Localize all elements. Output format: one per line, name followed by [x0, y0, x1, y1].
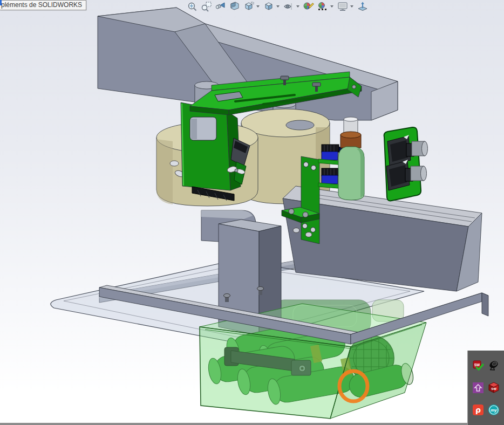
view-settings-icon[interactable] [336, 1, 349, 13]
view-orientation-icon[interactable] [242, 1, 255, 13]
updater-arrow-icon[interactable] [472, 381, 485, 394]
horn-speaker-icon[interactable] [487, 359, 500, 372]
my-app-icon[interactable]: my [487, 403, 500, 416]
previous-view-icon[interactable] [214, 1, 227, 13]
sensor-enclosure[interactable] [181, 102, 250, 201]
view-orientation-dropdown[interactable] [256, 5, 260, 8]
hide-show-items-icon[interactable] [282, 1, 295, 13]
section-view-icon[interactable] [228, 1, 241, 13]
zoom-to-area-icon[interactable] [200, 1, 213, 13]
display-style-icon[interactable] [262, 1, 275, 13]
solidworks-cube-icon[interactable]: SW [487, 381, 500, 394]
svg-text:SW: SW [491, 387, 496, 390]
addins-tooltip-text: pléments de SOLIDWORKS [1, 1, 82, 9]
zoom-to-fit-icon[interactable] [186, 1, 199, 13]
svg-text:SW: SW [474, 363, 480, 367]
svg-text:ρ: ρ [475, 406, 481, 414]
apply-scene-dropdown[interactable] [330, 5, 333, 8]
edit-appearance-icon[interactable] [302, 1, 315, 13]
p-app-icon[interactable]: ρ [472, 403, 485, 416]
display-style-dropdown[interactable] [276, 5, 280, 8]
spray-bottle[interactable] [338, 117, 364, 200]
window-edge-sliver [0, 0, 2, 5]
heads-up-toolbar [186, 0, 369, 13]
sensor-panel-right[interactable] [384, 127, 428, 201]
addins-tooltip: pléments de SOLIDWORKS [0, 0, 86, 10]
3d-drawing-view-icon[interactable] [356, 1, 369, 13]
svg-text:my: my [491, 408, 497, 413]
solidworks-window: pléments de SOLIDWORKS [0, 0, 504, 425]
3d-viewport[interactable] [0, 0, 504, 425]
system-tray-flyout: SW SW ρ my [467, 351, 504, 425]
hide-show-items-dropdown[interactable] [296, 5, 299, 8]
view-settings-dropdown[interactable] [350, 5, 353, 8]
window-border [0, 423, 504, 425]
solidworks-check-icon[interactable]: SW [472, 359, 485, 372]
apply-scene-icon[interactable] [316, 1, 329, 13]
